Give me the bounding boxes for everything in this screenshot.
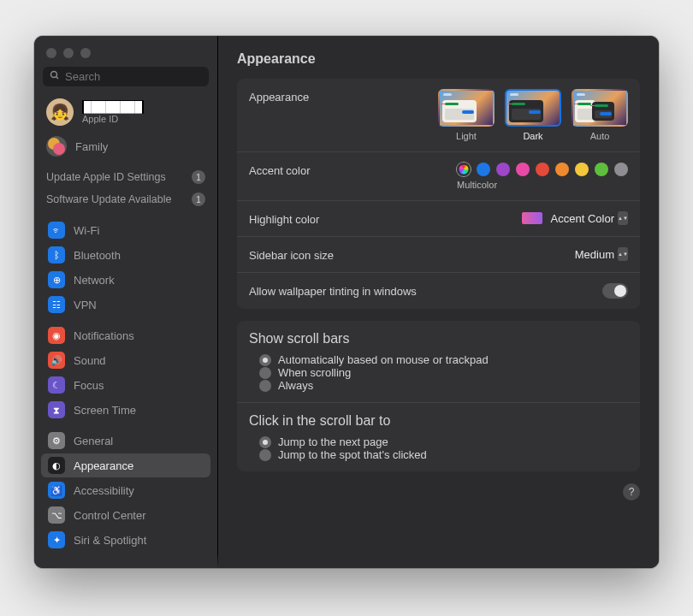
- search-field[interactable]: [43, 67, 209, 86]
- click-scroll-option-1[interactable]: Jump to the spot that's clicked: [259, 448, 628, 461]
- alert-apple-id-settings[interactable]: Update Apple ID Settings 1: [46, 170, 205, 184]
- sound-icon: 🔊: [48, 352, 65, 369]
- row-label: Allow wallpaper tinting in windows: [249, 283, 417, 298]
- radio-label: Jump to the next page: [278, 435, 388, 448]
- sidebar-item-sound[interactable]: 🔊Sound: [41, 348, 210, 372]
- scroll-bars-option-1[interactable]: When scrolling: [259, 366, 628, 379]
- radio-icon: [259, 354, 271, 366]
- family-label: Family: [75, 140, 108, 153]
- radio-icon: [259, 436, 271, 448]
- notifications-icon: ◉: [48, 327, 65, 344]
- scroll-bars-option-0[interactable]: Automatically based on mouse or trackpad: [259, 353, 628, 366]
- scroll-bars-group: Show scroll bars Automatically based on …: [249, 331, 628, 392]
- sidebar-item-control-center[interactable]: ⌥Control Center: [41, 503, 210, 527]
- alert-label: Software Update Available: [46, 193, 171, 205]
- highlight-color-select[interactable]: Accent Color ▲▼: [522, 211, 628, 225]
- sidebar-item-label: Notifications: [74, 329, 134, 342]
- row-wallpaper-tinting: Allow wallpaper tinting in windows: [237, 273, 640, 309]
- sidebar-item-label: Wi-Fi: [74, 224, 99, 237]
- sidebar-item-accessibility[interactable]: ♿Accessibility: [41, 478, 210, 502]
- alert-label: Update Apple ID Settings: [46, 171, 166, 183]
- avatar: 👧: [46, 98, 74, 126]
- sidebar-item-general[interactable]: ⚙General: [41, 429, 210, 453]
- appearance-caption: Auto: [590, 131, 610, 141]
- accent-swatch-2[interactable]: [516, 163, 530, 176]
- focus-icon: ☾: [48, 376, 65, 394]
- sidebar-icon-size-select[interactable]: Medium ▲▼: [575, 247, 628, 261]
- wallpaper-tinting-toggle[interactable]: [602, 283, 628, 299]
- accent-swatch-7[interactable]: [614, 163, 628, 176]
- alert-software-update[interactable]: Software Update Available 1: [46, 192, 205, 206]
- radio-icon: [259, 367, 271, 379]
- accent-swatch-4[interactable]: [555, 163, 569, 176]
- network-icon: ⊕: [48, 271, 65, 288]
- control-center-icon: ⌥: [48, 506, 65, 524]
- sidebar: 👧 ████████ Apple ID Family Update Apple …: [34, 36, 218, 568]
- panel-appearance: Appearance Light Dark: [237, 79, 640, 309]
- panel-scroll-behavior: Show scroll bars Automatically based on …: [237, 321, 640, 471]
- row-label: Accent color: [249, 163, 311, 177]
- sidebar-item-wi-fi[interactable]: ᯤWi-Fi: [41, 218, 210, 242]
- search-input[interactable]: [65, 70, 202, 83]
- row-label: Sidebar icon size: [249, 247, 334, 262]
- appearance-thumb-light: [438, 89, 495, 127]
- row-label: Appearance: [249, 89, 309, 104]
- appearance-icon: ◐: [48, 457, 65, 474]
- sidebar-item-focus[interactable]: ☾Focus: [41, 373, 210, 397]
- zoom-window[interactable]: [80, 48, 91, 58]
- alert-badge: 1: [192, 192, 205, 206]
- sidebar-item-label: Siri & Spotlight: [74, 534, 146, 547]
- radio-label: Jump to the spot that's clicked: [278, 448, 427, 461]
- sidebar-item-notifications[interactable]: ◉Notifications: [41, 323, 210, 347]
- sidebar-item-apple-id[interactable]: 👧 ████████ Apple ID: [34, 93, 217, 131]
- accessibility-icon: ♿: [48, 482, 65, 499]
- stepper-icon: ▲▼: [618, 247, 628, 261]
- scroll-bars-option-2[interactable]: Always: [259, 379, 628, 392]
- appearance-option-dark[interactable]: Dark: [505, 89, 561, 141]
- alert-badge: 1: [192, 170, 205, 184]
- help-button[interactable]: ?: [623, 483, 640, 500]
- accent-sub-label: Multicolor: [457, 180, 497, 190]
- sidebar-item-screen-time[interactable]: ⧗Screen Time: [41, 398, 210, 422]
- sidebar-item-vpn[interactable]: ☷VPN: [41, 293, 210, 317]
- sidebar-item-label: Bluetooth: [74, 249, 121, 262]
- close-window[interactable]: [46, 48, 56, 58]
- accent-swatch-6[interactable]: [595, 163, 608, 176]
- row-highlight-color: Highlight color Accent Color ▲▼: [237, 201, 640, 237]
- main-content: Appearance Appearance Light Da: [218, 36, 659, 568]
- sidebar-item-label: Screen Time: [74, 404, 136, 417]
- sidebar-item-label: Appearance: [74, 459, 133, 472]
- svg-point-0: [51, 72, 57, 78]
- settings-window: 👧 ████████ Apple ID Family Update Apple …: [34, 36, 659, 568]
- minimize-window[interactable]: [63, 48, 74, 58]
- radio-icon: [259, 380, 271, 392]
- svg-line-1: [56, 77, 59, 80]
- accent-swatch-multicolor[interactable]: [457, 163, 471, 176]
- bluetooth-icon: ᛒ: [48, 246, 65, 264]
- window-controls: [34, 36, 217, 67]
- search-icon: [50, 70, 60, 83]
- sidebar-item-bluetooth[interactable]: ᛒBluetooth: [41, 243, 210, 267]
- accent-swatch-5[interactable]: [575, 163, 589, 176]
- vpn-icon: ☷: [48, 296, 65, 313]
- account-name: ████████: [82, 100, 144, 114]
- sidebar-item-label: Control Center: [74, 509, 146, 522]
- row-sidebar-icon-size: Sidebar icon size Medium ▲▼: [237, 237, 640, 273]
- accent-swatch-0[interactable]: [477, 163, 490, 176]
- click-scroll-option-0[interactable]: Jump to the next page: [259, 435, 628, 448]
- account-sub: Apple ID: [82, 114, 144, 124]
- accent-swatch-1[interactable]: [496, 163, 510, 176]
- sidebar-item-appearance[interactable]: ◐Appearance: [41, 453, 210, 477]
- stepper-icon: ▲▼: [618, 211, 628, 225]
- sidebar-item-siri-spotlight[interactable]: ✦Siri & Spotlight: [41, 528, 210, 552]
- sidebar-item-network[interactable]: ⊕Network: [41, 268, 210, 292]
- screen-time-icon: ⧗: [48, 401, 65, 418]
- appearance-option-light[interactable]: Light: [438, 89, 495, 141]
- accent-swatch-3[interactable]: [536, 163, 549, 176]
- wi-fi-icon: ᯤ: [48, 222, 65, 239]
- sidebar-item-family[interactable]: Family: [34, 131, 217, 162]
- appearance-option-auto[interactable]: Auto: [572, 89, 628, 141]
- appearance-thumb-dark: [505, 89, 561, 127]
- row-accent-color: Accent color Multicolor: [237, 152, 640, 201]
- general-icon: ⚙: [48, 432, 65, 449]
